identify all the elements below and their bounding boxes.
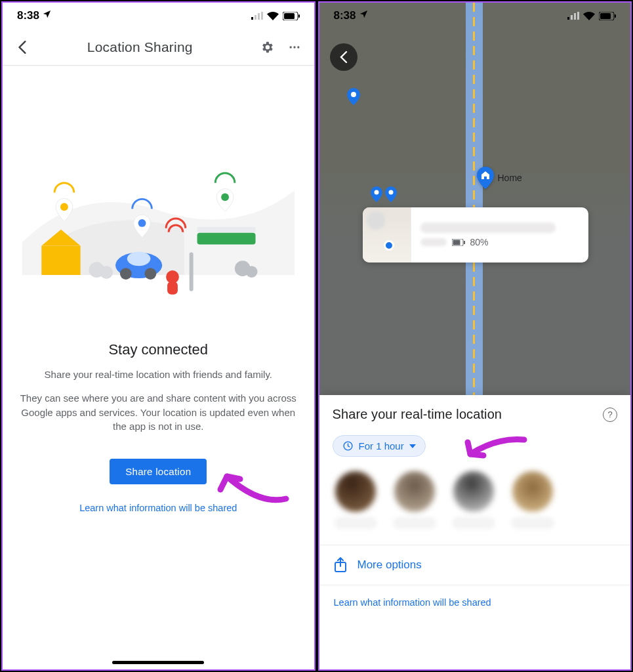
duration-chip[interactable]: For 1 hour bbox=[333, 435, 426, 457]
duration-label: For 1 hour bbox=[359, 440, 404, 452]
battery-icon bbox=[283, 12, 300, 20]
svg-rect-1 bbox=[255, 15, 256, 20]
wifi-icon bbox=[583, 12, 595, 20]
redacted-name bbox=[420, 222, 556, 233]
status-icons bbox=[567, 12, 616, 20]
avatar bbox=[512, 471, 553, 512]
back-button[interactable] bbox=[330, 43, 357, 71]
svg-rect-12 bbox=[197, 233, 256, 245]
svg-point-7 bbox=[289, 46, 291, 48]
svg-rect-40 bbox=[464, 241, 465, 244]
svg-rect-34 bbox=[615, 14, 616, 18]
stay-connected-p2: They can see where you are and share con… bbox=[3, 382, 314, 434]
battery-percent: 80% bbox=[470, 237, 489, 247]
map-pin-icon bbox=[371, 186, 382, 202]
learn-more-link[interactable]: Learn what information will be shared bbox=[319, 585, 631, 620]
annotation-arrow-icon bbox=[201, 461, 293, 507]
home-pin-label: Home bbox=[498, 173, 522, 183]
header-title: Location Sharing bbox=[31, 39, 249, 55]
chevron-down-icon bbox=[409, 444, 416, 448]
screenshot-left: 8:38 Location Sharing bbox=[1, 1, 316, 671]
redacted-text bbox=[420, 238, 447, 246]
mini-map-thumbnail bbox=[363, 207, 411, 262]
chevron-left-icon bbox=[340, 51, 348, 64]
home-indicator[interactable] bbox=[112, 661, 204, 664]
svg-point-26 bbox=[138, 219, 146, 227]
home-pin[interactable]: Home bbox=[477, 167, 522, 189]
svg-rect-5 bbox=[284, 13, 295, 19]
location-services-icon bbox=[42, 9, 52, 22]
battery-icon bbox=[599, 12, 616, 20]
svg-rect-39 bbox=[453, 240, 460, 245]
location-services-icon bbox=[359, 9, 369, 22]
svg-point-37 bbox=[388, 190, 393, 195]
hero-illustration bbox=[3, 105, 314, 335]
svg-rect-19 bbox=[167, 282, 178, 295]
svg-point-35 bbox=[351, 92, 356, 97]
help-button[interactable]: ? bbox=[603, 408, 617, 422]
svg-rect-28 bbox=[567, 17, 569, 20]
cellular-icon bbox=[251, 12, 263, 20]
avatar bbox=[394, 471, 435, 512]
svg-point-24 bbox=[246, 266, 258, 278]
status-time: 8:38 bbox=[334, 9, 356, 22]
svg-point-17 bbox=[127, 251, 151, 266]
back-button[interactable] bbox=[13, 38, 31, 56]
svg-rect-0 bbox=[251, 17, 253, 20]
svg-rect-29 bbox=[571, 15, 573, 20]
svg-point-9 bbox=[297, 46, 299, 48]
avatar bbox=[367, 211, 385, 230]
contacts-row bbox=[319, 457, 631, 545]
svg-rect-30 bbox=[574, 13, 576, 20]
cellular-icon bbox=[567, 12, 579, 20]
home-pin-icon bbox=[477, 167, 494, 189]
contact-item[interactable] bbox=[452, 471, 495, 529]
svg-rect-33 bbox=[600, 13, 611, 19]
avatar bbox=[453, 471, 494, 512]
contact-item[interactable] bbox=[393, 471, 436, 529]
settings-button[interactable] bbox=[258, 38, 276, 56]
screenshot-right: 8:38 Home 80% bbox=[318, 1, 632, 671]
app-header: Location Sharing bbox=[3, 29, 314, 66]
share-location-button[interactable]: Share location bbox=[110, 459, 207, 484]
contact-name-redacted bbox=[452, 517, 495, 529]
svg-point-15 bbox=[120, 268, 132, 280]
svg-rect-20 bbox=[190, 252, 194, 291]
svg-rect-13 bbox=[197, 227, 256, 232]
battery-icon bbox=[452, 239, 465, 246]
stay-connected-p1: Share your real-time location with frien… bbox=[3, 358, 314, 382]
gear-icon bbox=[260, 40, 274, 54]
contact-item[interactable] bbox=[511, 471, 554, 529]
status-bar: 8:38 bbox=[319, 3, 631, 29]
share-bottom-sheet: Share your real-time location ? For 1 ho… bbox=[319, 395, 631, 669]
status-bar: 8:38 bbox=[3, 3, 314, 29]
map-pin-icon bbox=[385, 186, 397, 202]
svg-rect-6 bbox=[298, 14, 300, 18]
svg-rect-3 bbox=[261, 12, 263, 20]
map-pin-icon bbox=[347, 88, 360, 105]
more-options-button[interactable]: More options bbox=[319, 545, 631, 585]
svg-point-22 bbox=[100, 266, 113, 279]
location-info-card[interactable]: 80% bbox=[363, 207, 589, 262]
svg-point-25 bbox=[60, 203, 68, 211]
svg-rect-10 bbox=[41, 246, 80, 275]
wifi-icon bbox=[267, 12, 279, 20]
svg-rect-2 bbox=[258, 13, 260, 20]
svg-point-36 bbox=[374, 190, 378, 195]
learn-more-link[interactable]: Learn what information will be shared bbox=[3, 503, 314, 513]
status-icons bbox=[251, 12, 300, 20]
svg-point-27 bbox=[221, 193, 229, 201]
share-icon bbox=[334, 557, 347, 573]
contact-name-redacted bbox=[511, 517, 554, 529]
more-options-label: More options bbox=[357, 558, 422, 572]
sheet-title: Share your real-time location bbox=[333, 407, 502, 422]
overflow-menu-button[interactable] bbox=[285, 38, 304, 56]
svg-point-16 bbox=[144, 268, 156, 280]
contact-item[interactable] bbox=[334, 471, 377, 529]
avatar bbox=[335, 471, 376, 512]
contact-name-redacted bbox=[393, 517, 436, 529]
svg-rect-31 bbox=[577, 12, 579, 20]
more-horizontal-icon bbox=[288, 41, 301, 54]
status-time: 8:38 bbox=[17, 9, 39, 22]
stay-connected-title: Stay connected bbox=[3, 341, 314, 358]
